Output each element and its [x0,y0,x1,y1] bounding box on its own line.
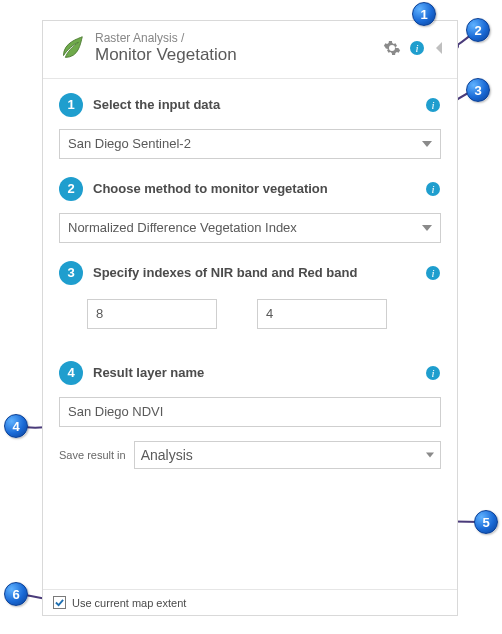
step-badge-1: 1 [59,93,83,117]
info-icon[interactable]: i [425,265,441,281]
info-icon[interactable]: i [425,365,441,381]
callout-5: 5 [474,510,498,534]
result-layer-name-input[interactable] [59,397,441,427]
use-current-extent-label: Use current map extent [72,597,186,609]
nir-band-input[interactable] [87,299,217,329]
callout-6: 6 [4,582,28,606]
gear-icon[interactable] [383,39,401,57]
step-label-2: Choose method to monitor vegetation [93,181,425,196]
chevron-down-icon [422,225,432,231]
info-icon[interactable]: i [425,97,441,113]
svg-text:i: i [431,183,434,195]
callout-4: 4 [4,414,28,438]
step-label-1: Select the input data [93,97,425,112]
chevron-down-icon [422,141,432,147]
step-2: 2 Choose method to monitor vegetation i … [43,171,457,255]
svg-text:i: i [431,367,434,379]
callout-2: 2 [466,18,490,42]
page-title: Monitor Vegetation [95,45,383,65]
use-current-extent-checkbox[interactable] [53,596,66,609]
save-result-in-value: Analysis [141,447,193,463]
step-3: 3 Specify indexes of NIR band and Red ba… [43,255,457,337]
tool-icon [55,32,87,64]
panel-header: Raster Analysis / Monitor Vegetation i [43,21,457,74]
panel-footer: Use current map extent [43,589,457,615]
red-band-input[interactable] [257,299,387,329]
svg-text:i: i [431,267,434,279]
raster-analysis-panel: Raster Analysis / Monitor Vegetation i 1… [42,20,458,616]
method-value: Normalized Difference Vegetation Index [68,220,297,235]
chevron-down-icon [426,452,434,457]
step-badge-3: 3 [59,261,83,285]
step-badge-2: 2 [59,177,83,201]
info-icon[interactable]: i [425,181,441,197]
info-icon[interactable]: i [409,40,425,56]
save-result-in-label: Save result in [59,449,126,461]
divider [43,78,457,79]
save-result-in-select[interactable]: Analysis [134,441,441,469]
method-select[interactable]: Normalized Difference Vegetation Index [59,213,441,243]
step-label-3: Specify indexes of NIR band and Red band [93,265,425,280]
svg-text:i: i [431,99,434,111]
svg-text:i: i [415,42,418,54]
step-4: 4 Result layer name i Save result in Ana… [43,355,457,473]
input-layer-value: San Diego Sentinel-2 [68,136,191,151]
breadcrumb: Raster Analysis / [95,31,383,45]
callout-3: 3 [466,78,490,102]
step-1: 1 Select the input data i San Diego Sent… [43,87,457,171]
collapse-icon[interactable] [433,40,445,56]
step-badge-4: 4 [59,361,83,385]
input-layer-select[interactable]: San Diego Sentinel-2 [59,129,441,159]
step-label-4: Result layer name [93,365,425,380]
